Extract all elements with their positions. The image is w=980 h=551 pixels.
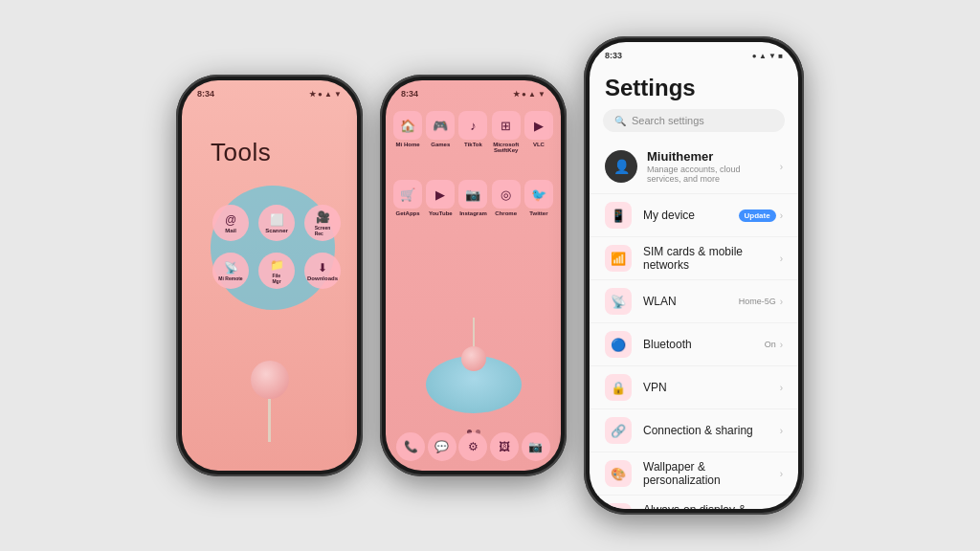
candy-head-2 <box>461 346 486 371</box>
bluetooth-title: Bluetooth <box>643 338 753 351</box>
tiktok-label: TikTok <box>464 142 482 147</box>
tool-mi-remote[interactable]: 📡 Mi Remote <box>212 253 249 289</box>
chrome-icon: ◎ <box>492 180 521 209</box>
profile-subtitle: Manage accounts, cloud services, and mor… <box>647 165 770 184</box>
status-icons-3: ● ▲ ▼ ■ <box>752 52 783 60</box>
connection-sharing-text: Connection & sharing <box>643 424 768 437</box>
dock-gallery[interactable]: 🖼 <box>490 432 519 461</box>
settings-item-connection-sharing[interactable]: 🔗 Connection & sharing › <box>590 409 798 452</box>
tool-file-manager[interactable]: 📁 FileMgr <box>258 253 295 289</box>
instagram-icon: 📷 <box>458 180 487 209</box>
dock-messages[interactable]: 💬 <box>428 432 457 461</box>
wlan-text: WLAN <box>643 295 727 308</box>
settings-item-my-device[interactable]: 📱 My device Update › <box>590 194 798 237</box>
candy-head-1 <box>251 361 289 399</box>
plate-decoration <box>426 356 522 413</box>
app-games[interactable]: 🎮 Games <box>426 111 455 153</box>
dock-settings[interactable]: ⚙ <box>458 432 487 461</box>
wlan-title: WLAN <box>643 295 727 308</box>
vlc-icon: ▶ <box>524 111 553 140</box>
app-mihome[interactable]: 🏠 Mi Home <box>393 111 422 153</box>
phone-3: 8:33 ● ▲ ▼ ■ Settings 🔍 Search settings … <box>584 36 804 515</box>
settings-item-wallpaper[interactable]: 🎨 Wallpaper & personalization › <box>590 452 798 496</box>
lollipop-decoration-2 <box>426 318 522 413</box>
phone-2: 8:34 ★ ● ▲ ▼ 🏠 Mi Home 🎮 Games ♪ TikTok … <box>380 75 567 476</box>
my-device-text: My device <box>643 209 727 222</box>
candy-stick-1 <box>268 399 271 442</box>
app-twitter[interactable]: 🐦 Twitter <box>524 180 553 216</box>
phone-3-screen: 8:33 ● ▲ ▼ ■ Settings 🔍 Search settings … <box>590 42 798 509</box>
search-placeholder: Search settings <box>632 115 704 126</box>
phone-2-screen: 8:34 ★ ● ▲ ▼ 🏠 Mi Home 🎮 Games ♪ TikTok … <box>386 80 561 471</box>
tool-downloads[interactable]: ⬇ Downloads <box>304 253 341 289</box>
settings-item-bluetooth[interactable]: 🔵 Bluetooth On › <box>590 323 798 366</box>
my-device-title: My device <box>643 209 727 222</box>
profile-section[interactable]: 👤 Miuithemer Manage accounts, cloud serv… <box>590 140 798 194</box>
sim-icon: 📶 <box>605 245 632 272</box>
games-icon: 🎮 <box>426 111 455 140</box>
tool-mail[interactable]: @ Mail <box>212 205 249 241</box>
settings-item-vpn[interactable]: 🔒 VPN › <box>590 366 798 409</box>
tools-circle: @ Mail ⬜ Scanner 🎥 ScreenRec 📡 Mi Remote… <box>201 176 345 320</box>
sim-text: SIM cards & mobile networks <box>643 245 768 272</box>
app-youtube[interactable]: ▶ YouTube <box>426 180 455 216</box>
wlan-icon: 📡 <box>605 288 632 315</box>
bluetooth-icon: 🔵 <box>605 331 632 358</box>
update-badge: Update <box>739 209 776 222</box>
time-2: 8:34 <box>401 89 418 99</box>
connection-sharing-chevron: › <box>780 426 783 436</box>
settings-item-sim[interactable]: 📶 SIM cards & mobile networks › <box>590 237 798 280</box>
vpn-title: VPN <box>643 381 768 394</box>
time-1: 8:34 <box>197 89 214 99</box>
wallpaper-icon: 🎨 <box>605 460 632 487</box>
status-bar-2: 8:34 ★ ● ▲ ▼ <box>386 80 561 103</box>
page-title: Settings <box>590 65 798 109</box>
status-icons-1: ★ ● ▲ ▼ <box>309 90 342 99</box>
time-3: 8:33 <box>605 51 622 60</box>
tiktok-icon: ♪ <box>458 111 487 140</box>
app-grid-row2: 🛒 GetApps ▶ YouTube 📷 Instagram ◎ Chrome… <box>386 176 561 220</box>
games-label: Games <box>431 142 450 147</box>
dock-camera[interactable]: 📷 <box>522 432 550 461</box>
phone-1: 8:34 ★ ● ▲ ▼ Tools @ Mail ⬜ Scanner 🎥 Sc… <box>176 75 363 476</box>
app-swiftkey[interactable]: ⊞ Microsoft SwiftKey <box>492 111 521 153</box>
vpn-chevron: › <box>780 383 783 393</box>
app-tiktok[interactable]: ♪ TikTok <box>458 111 487 153</box>
connection-sharing-title: Connection & sharing <box>643 424 768 437</box>
tool-screen-recorder[interactable]: 🎥 ScreenRec <box>304 205 341 241</box>
wlan-value: Home-5G <box>739 297 776 306</box>
always-on-title: Always-on display & Lock <box>643 503 768 509</box>
avatar: 👤 <box>605 150 637 183</box>
status-bar-1: 8:34 ★ ● ▲ ▼ <box>182 80 357 103</box>
mihome-label: Mi Home <box>396 142 420 147</box>
always-on-icon: 🔒 <box>605 503 632 509</box>
vpn-text: VPN <box>643 381 768 394</box>
bluetooth-chevron: › <box>780 340 783 350</box>
my-device-chevron: › <box>780 210 783 221</box>
my-device-icon: 📱 <box>605 202 632 229</box>
bottom-dock: 📞 💬 ⚙ 🖼 📷 <box>386 432 561 461</box>
vpn-icon: 🔒 <box>605 374 632 401</box>
bluetooth-text: Bluetooth <box>643 338 753 351</box>
tool-scanner[interactable]: ⬜ Scanner <box>258 205 295 241</box>
getapps-label: GetApps <box>396 210 420 216</box>
app-chrome[interactable]: ◎ Chrome <box>492 180 521 216</box>
settings-item-wlan[interactable]: 📡 WLAN Home-5G › <box>590 280 798 323</box>
swiftkey-icon: ⊞ <box>492 111 521 140</box>
youtube-icon: ▶ <box>426 180 455 209</box>
always-on-text: Always-on display & Lock <box>643 503 768 509</box>
app-instagram[interactable]: 📷 Instagram <box>458 180 487 216</box>
sim-chevron: › <box>780 253 783 264</box>
search-bar[interactable]: 🔍 Search settings <box>603 109 785 132</box>
youtube-label: YouTube <box>429 210 453 216</box>
settings-item-always-on[interactable]: 🔒 Always-on display & Lock › <box>590 496 798 509</box>
wallpaper-text: Wallpaper & personalization <box>643 460 768 487</box>
wlan-right: Home-5G › <box>739 297 783 307</box>
status-bar-3: 8:33 ● ▲ ▼ ■ <box>590 42 798 65</box>
lollipop-decoration-1 <box>251 361 289 442</box>
app-getapps[interactable]: 🛒 GetApps <box>393 180 422 216</box>
swiftkey-label: Microsoft SwiftKey <box>492 142 521 153</box>
bluetooth-right: On › <box>765 340 783 350</box>
app-vlc[interactable]: ▶ VLC <box>524 111 553 153</box>
dock-phone[interactable]: 📞 <box>396 432 425 461</box>
